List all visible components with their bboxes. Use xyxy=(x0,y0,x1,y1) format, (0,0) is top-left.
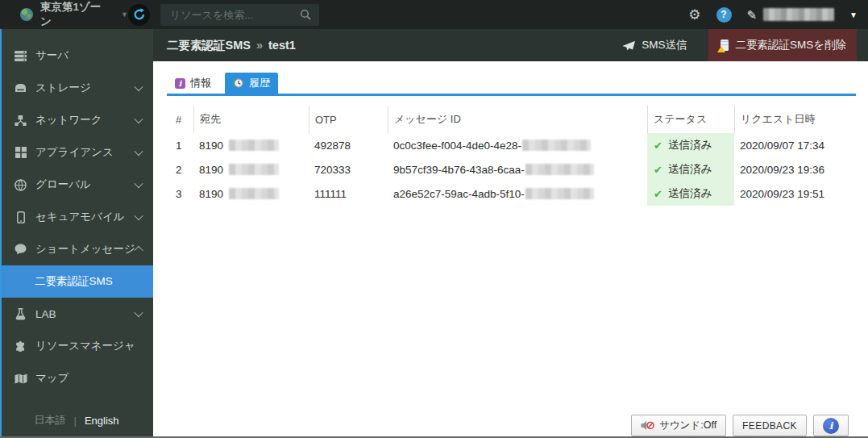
zone-globe-icon xyxy=(20,8,33,21)
gear-icon[interactable]: ⚙ xyxy=(688,8,700,22)
app-window: 東京第1ゾーン ▼ ⚙ ? ✎ ▼ xyxy=(0,0,868,438)
zone-selector[interactable]: 東京第1ゾーン ▼ xyxy=(0,0,128,29)
delete-two-factor-sms-button[interactable]: 二要素認証SMSを削除 xyxy=(708,29,857,61)
row-otp: 492878 xyxy=(309,133,388,157)
paper-plane-icon xyxy=(622,40,635,51)
row-requested: 2020/09/07 17:34 xyxy=(734,133,856,157)
network-icon xyxy=(14,115,27,126)
sidebar-item-network[interactable]: ネットワーク xyxy=(0,104,153,136)
puzzle-icon xyxy=(14,340,27,352)
row-to: 8190 xyxy=(193,157,309,181)
row-num: 1 xyxy=(167,133,193,157)
sidebar-item-lab[interactable]: LAB xyxy=(0,298,153,330)
sidebar-item-resource-manager[interactable]: リソースマネージャ xyxy=(0,330,153,362)
sidebar-item-secure-mobile[interactable]: セキュアモバイル xyxy=(0,201,153,233)
top-bar-right: ⚙ ? ✎ ▼ xyxy=(688,7,868,23)
row-msgid: 0c0c3fee-f004-4de0-4e28- xyxy=(388,133,647,157)
search-input[interactable] xyxy=(168,8,300,22)
tab-history[interactable]: 履歴 xyxy=(225,73,278,94)
sidebar-item-global[interactable]: グローバル xyxy=(0,169,153,201)
info-icon: i xyxy=(175,78,185,89)
feedback-button[interactable]: FEEDBACK xyxy=(733,415,807,436)
check-icon: ✔ xyxy=(654,188,662,200)
column-header-otp: OTP xyxy=(309,106,388,133)
sidebar-item-appliance[interactable]: アプライアンス xyxy=(0,136,153,169)
server-icon xyxy=(14,51,27,61)
sidebar-item-two-factor-sms[interactable]: 二要素認証SMS xyxy=(0,265,153,298)
row-otp: 720333 xyxy=(309,157,388,181)
sidebar-accent-edge xyxy=(0,29,2,438)
chevron-down-icon xyxy=(134,82,143,91)
zone-label: 東京第1ゾーン xyxy=(40,0,112,29)
sidebar-item-map[interactable]: マップ xyxy=(0,362,153,394)
row-to: 8190 xyxy=(193,181,309,206)
delete-warning-icon xyxy=(719,40,729,52)
row-status: ✔送信済み xyxy=(647,157,734,181)
sidebar-item-server[interactable]: サーバ xyxy=(0,40,153,72)
redacted-msgid xyxy=(525,188,594,199)
chevron-down-icon xyxy=(134,211,143,220)
redacted-phone xyxy=(229,164,279,175)
row-requested: 2020/09/23 19:36 xyxy=(734,157,856,181)
row-to: 8190 xyxy=(193,133,309,157)
row-status: ✔送信済み xyxy=(647,133,734,157)
breadcrumb: 二要素認証SMS»test1 xyxy=(167,38,296,53)
sound-toggle-button[interactable]: サウンド:Off xyxy=(631,415,726,436)
account-menu-chevron-icon[interactable]: ▼ xyxy=(849,10,858,19)
row-requested: 2020/09/23 19:51 xyxy=(734,181,856,206)
chevron-down-icon xyxy=(134,147,143,156)
check-icon: ✔ xyxy=(654,140,662,152)
globe-icon xyxy=(14,179,27,191)
mobile-icon xyxy=(14,211,27,223)
muted-speaker-icon xyxy=(641,420,654,431)
refresh-button[interactable] xyxy=(128,4,150,26)
flask-icon xyxy=(14,308,27,320)
row-msgid: a26e52c7-59ac-4adb-5f10- xyxy=(388,181,647,206)
page-header: 二要素認証SMS»test1 SMS送信 二要素認証SMSを削除 xyxy=(153,29,868,61)
top-bar: 東京第1ゾーン ▼ ⚙ ? ✎ ▼ xyxy=(0,0,868,29)
redacted-phone xyxy=(229,188,279,199)
map-icon xyxy=(14,373,27,384)
search-icon xyxy=(300,9,311,20)
language-english[interactable]: English xyxy=(85,415,119,427)
redacted-msgid xyxy=(525,164,594,175)
speech-bubble-icon xyxy=(14,244,27,255)
tab-underline xyxy=(167,94,856,96)
column-header-to: 宛先 xyxy=(193,106,309,133)
language-switcher: 日本語 | English xyxy=(0,413,153,428)
history-clock-icon xyxy=(233,77,244,89)
redacted-msgid xyxy=(522,140,591,151)
column-header-requested: リクエスト日時 xyxy=(734,106,856,133)
breadcrumb-separator: » xyxy=(256,39,263,52)
appliance-grid-icon xyxy=(14,147,27,158)
chevron-down-icon: ▼ xyxy=(121,10,128,19)
redacted-phone xyxy=(229,140,279,151)
storage-icon xyxy=(14,83,27,93)
resource-search xyxy=(160,4,319,26)
breadcrumb-current: test1 xyxy=(268,39,296,52)
account-name-redacted[interactable] xyxy=(763,8,834,21)
sms-send-button[interactable]: SMS送信 xyxy=(617,37,691,53)
info-button[interactable]: i xyxy=(813,415,849,436)
refresh-icon xyxy=(133,8,146,21)
row-status: ✔送信済み xyxy=(647,181,734,206)
tab-bar: i 情報 履歴 xyxy=(167,73,278,94)
chevron-up-icon xyxy=(134,246,143,255)
column-header-num: # xyxy=(167,106,193,133)
info-circle-icon: i xyxy=(823,418,839,434)
sidebar-item-short-message[interactable]: ショートメッセージ xyxy=(0,233,153,265)
sidebar: サーバ ストレージ ネットワーク アプライアンス xyxy=(0,29,153,438)
row-num: 2 xyxy=(167,157,193,181)
sidebar-nav: サーバ ストレージ ネットワーク アプライアンス xyxy=(0,29,153,394)
row-msgid: 9b57cf39-4b76-43a8-6caa- xyxy=(388,157,647,181)
language-japanese[interactable]: 日本語 xyxy=(34,413,65,428)
row-otp: 111111 xyxy=(309,181,388,206)
main-content: i 情報 履歴 # 宛先 OTP メッセージ ID ステータス リクエスト xyxy=(153,61,868,438)
tab-info[interactable]: i 情報 xyxy=(167,73,219,94)
help-icon[interactable]: ? xyxy=(716,7,732,23)
breadcrumb-root: 二要素認証SMS xyxy=(167,39,251,52)
chevron-down-icon xyxy=(134,115,143,123)
language-divider: | xyxy=(73,415,76,427)
footer-buttons: サウンド:Off FEEDBACK i xyxy=(631,415,849,436)
sidebar-item-storage[interactable]: ストレージ xyxy=(0,72,153,104)
